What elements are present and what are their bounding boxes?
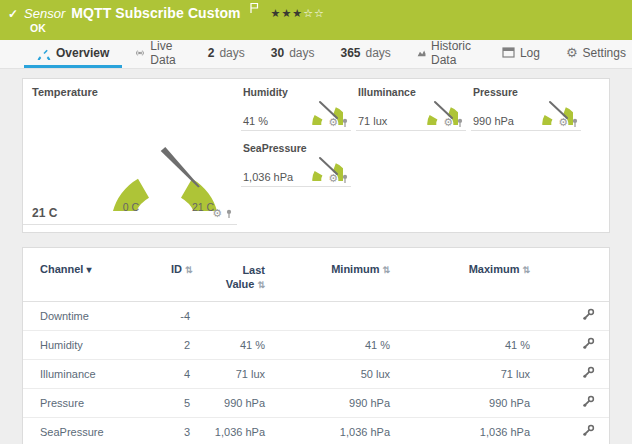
priority-star-rating[interactable]: ★★★☆☆ — [271, 7, 325, 20]
sort-desc-icon: ▾ — [86, 264, 91, 275]
tab-2-days[interactable]: 2 days — [195, 40, 258, 68]
column-header-id[interactable]: ID⇅ — [163, 248, 198, 301]
tab-label: days — [289, 46, 314, 60]
table-row-seapressure: SeaPressure 3 1,036 hPa 1,036 hPa 1,036 … — [23, 417, 609, 444]
channel-last-value: 41 % — [198, 330, 273, 359]
tab-label: Live Data — [150, 39, 181, 67]
sensor-overview-page: ✓ Sensor MQTT Subscribe Custom ★★★☆☆ OK … — [0, 0, 632, 444]
tab-number: 30 — [271, 46, 284, 60]
channel-id: 3 — [163, 417, 198, 444]
tab-live-data[interactable]: Live Data — [122, 40, 194, 68]
channel-id: 2 — [163, 330, 198, 359]
gauge-scale-min: 0 C — [111, 201, 151, 213]
channel-name: Humidity — [23, 330, 163, 359]
tab-settings[interactable]: ⚙ Settings — [553, 40, 632, 68]
column-label: Maximum — [469, 263, 520, 275]
wrench-icon[interactable] — [582, 308, 595, 321]
column-header-actions — [538, 248, 609, 301]
channel-minimum: 50 lux — [273, 359, 398, 388]
sort-icon: ⇅ — [257, 280, 265, 290]
column-header-last-value[interactable]: Last Value⇅ — [198, 248, 273, 301]
tab-bar: Overview Live Data 2 days 30 days 365 da… — [0, 40, 632, 69]
overview-content: Temperature 0 C 21 C 21 C ⚙ Humidity — [22, 78, 610, 444]
gauge-current-value: 990 hPa — [473, 115, 514, 127]
channel-last-value: 1,036 hPa — [198, 417, 273, 444]
channel-last-value: 990 hPa — [198, 388, 273, 417]
column-label: Channel — [40, 263, 83, 275]
tab-label: Historic Data — [431, 39, 476, 67]
gear-icon[interactable]: ⚙ — [328, 173, 338, 184]
table-row-pressure: Pressure 5 990 hPa 990 hPa 990 hPa — [23, 388, 609, 417]
tab-label: Settings — [583, 46, 626, 60]
channel-id: 4 — [163, 359, 198, 388]
gauge-current-value: 1,036 hPa — [243, 171, 293, 183]
gear-icon[interactable]: ⚙ — [328, 117, 338, 128]
channel-last-value: 71 lux — [198, 359, 273, 388]
sensor-kind-label: Sensor — [24, 6, 65, 21]
gauge-title: Temperature — [32, 86, 98, 98]
gauge-title: SeaPressure — [243, 142, 307, 154]
channel-maximum: 41 % — [398, 330, 538, 359]
sort-icon: ⇅ — [185, 265, 193, 275]
gauge-current-value: 21 C — [32, 206, 57, 220]
log-table-icon — [502, 47, 515, 58]
gauge-humidity: Humidity 41 % ⚙ — [241, 84, 351, 131]
tab-label: days — [219, 46, 244, 60]
wrench-icon[interactable] — [582, 395, 595, 408]
channel-maximum — [398, 301, 538, 330]
channel-last-value — [198, 301, 273, 330]
channel-maximum: 1,036 hPa — [398, 417, 538, 444]
wrench-icon[interactable] — [582, 424, 595, 437]
wrench-icon[interactable] — [582, 337, 595, 350]
column-header-channel[interactable]: Channel▾ — [23, 248, 163, 301]
column-label: Minimum — [331, 263, 379, 275]
channel-name: Downtime — [23, 301, 163, 330]
gauge-current-value: 41 % — [243, 115, 268, 127]
tab-number: 2 — [208, 46, 215, 60]
gear-icon[interactable]: ⚙ — [443, 117, 453, 128]
channel-name: SeaPressure — [23, 417, 163, 444]
table-row-humidity: Humidity 2 41 % 41 % 41 % — [23, 330, 609, 359]
flag-icon[interactable] — [249, 0, 259, 18]
small-gauges-grid: Humidity 41 % ⚙ Illuminance — [241, 84, 586, 187]
gauge-icon — [37, 46, 51, 60]
sensor-title: MQTT Subscribe Custom — [71, 5, 240, 21]
stars-empty: ☆☆ — [303, 7, 325, 19]
channel-name: Illuminance — [23, 359, 163, 388]
channel-maximum: 990 hPa — [398, 388, 538, 417]
tab-label: Log — [520, 46, 540, 60]
gauge-illuminance: Illuminance 71 lux ⚙ — [356, 84, 466, 131]
gauge-seapressure: SeaPressure 1,036 hPa ⚙ — [241, 140, 351, 187]
table-row-downtime: Downtime -4 — [23, 301, 609, 330]
gear-icon[interactable]: ⚙ — [212, 208, 222, 219]
column-header-minimum[interactable]: Minimum⇅ — [273, 248, 398, 301]
gauge-temperature: Temperature 0 C 21 C 21 C ⚙ — [23, 79, 237, 225]
gear-icon[interactable]: ⚙ — [558, 117, 568, 128]
channel-id: 5 — [163, 388, 198, 417]
channel-minimum: 990 hPa — [273, 388, 398, 417]
column-header-maximum[interactable]: Maximum⇅ — [398, 248, 538, 301]
channel-minimum: 41 % — [273, 330, 398, 359]
chart-icon — [417, 47, 426, 59]
wrench-icon[interactable] — [582, 366, 595, 379]
pin-icon[interactable] — [571, 118, 579, 128]
pin-icon[interactable] — [341, 174, 349, 184]
pin-icon[interactable] — [341, 118, 349, 128]
tab-overview[interactable]: Overview — [24, 40, 122, 68]
gauge-title: Illuminance — [358, 86, 416, 98]
tab-365-days[interactable]: 365 days — [327, 40, 403, 68]
tab-label: days — [366, 46, 391, 60]
status-badge: OK — [30, 22, 46, 34]
gear-icon: ⚙ — [566, 46, 578, 59]
tab-30-days[interactable]: 30 days — [258, 40, 328, 68]
tab-log[interactable]: Log — [489, 40, 553, 68]
tab-label: Overview — [56, 46, 109, 60]
channel-id: -4 — [163, 301, 198, 330]
channel-minimum — [273, 301, 398, 330]
tab-historic-data[interactable]: Historic Data — [404, 40, 489, 68]
channel-name: Pressure — [23, 388, 163, 417]
stars-filled: ★★★ — [271, 7, 304, 19]
pin-icon[interactable] — [225, 209, 233, 219]
gauge-pressure: Pressure 990 hPa ⚙ — [471, 84, 581, 131]
pin-icon[interactable] — [456, 118, 464, 128]
